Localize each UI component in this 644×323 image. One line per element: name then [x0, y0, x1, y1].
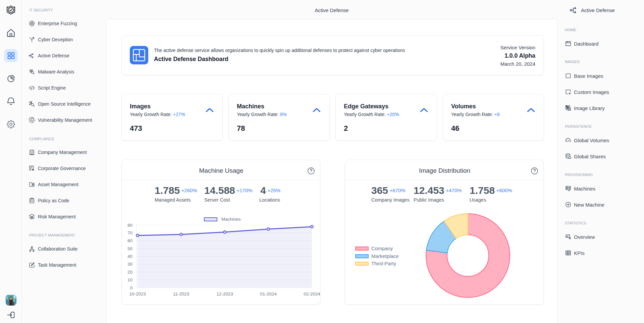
svg-text:0: 0 — [130, 285, 132, 290]
svg-text:60: 60 — [127, 238, 132, 243]
svg-text:10: 10 — [127, 277, 132, 282]
svg-text:30: 30 — [127, 262, 132, 267]
svg-text:80: 80 — [127, 223, 132, 228]
svg-text:02-2024: 02-2024 — [304, 291, 320, 297]
svg-text:40: 40 — [127, 254, 132, 259]
svg-text:70: 70 — [127, 230, 132, 235]
svg-text:01-2024: 01-2024 — [260, 291, 277, 297]
svg-text:10-2023: 10-2023 — [129, 291, 146, 297]
svg-text:11-2023: 11-2023 — [173, 291, 190, 297]
svg-text:50: 50 — [127, 246, 132, 251]
svg-text:12-2023: 12-2023 — [216, 291, 233, 297]
svg-text:20: 20 — [127, 270, 132, 275]
